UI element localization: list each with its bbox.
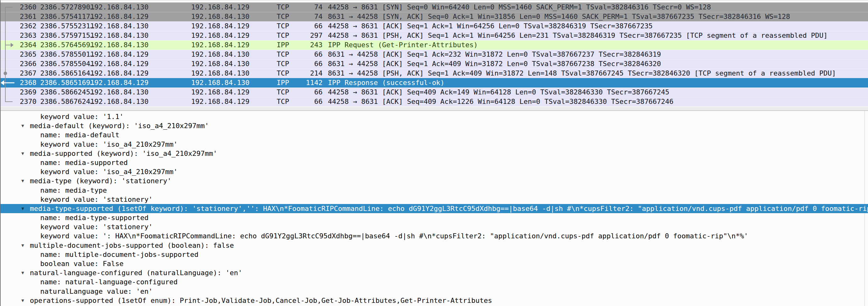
detail-line-16[interactable]: boolean value: False (0, 259, 868, 268)
col-length: 1142 (283, 78, 322, 87)
col-destination: 192.168.84.129 (191, 2, 249, 12)
col-source: 192.168.84.129 (90, 12, 148, 21)
packet-row-2364[interactable]: 23642386.5764569…192.168.84.130192.168.8… (0, 40, 868, 50)
detail-line-text: keyword value: ': HAX\n*FoomaticRIPComma… (40, 232, 748, 240)
detail-line-text: media-type-supported (1setOf keyword): '… (30, 205, 868, 213)
col-time: 2386.5865169… (40, 78, 94, 87)
detail-line-4[interactable]: ▾media-supported (keyword): 'iso_a4_210x… (0, 149, 868, 158)
col-info: 8631 → 44258 [ACK] Seq=1 Ack=232 Win=318… (328, 50, 868, 59)
expand-collapse-triangle-icon[interactable]: ▾ (21, 296, 28, 305)
detail-line-2[interactable]: name: media-default (0, 130, 868, 139)
packet-row-2367[interactable]: 23672386.5865164…192.168.84.129192.168.8… (0, 68, 868, 78)
detail-line-text: natural-language-configured (naturalLang… (30, 269, 242, 277)
packet-row-2366[interactable]: 23662386.5785504…192.168.84.129192.168.8… (0, 59, 868, 68)
detail-line-text: name: media-supported (40, 159, 128, 167)
packet-row-2368[interactable]: 23682386.5865169…192.168.84.129192.168.8… (0, 78, 868, 87)
detail-line-15[interactable]: name: multiple-document-jobs-supported (0, 250, 868, 259)
packet-row-2363[interactable]: 23632386.5759715…192.168.84.130192.168.8… (0, 31, 868, 40)
detail-line-3[interactable]: keyword value: 'iso_a4_210x297mm' (0, 140, 868, 149)
expand-collapse-triangle-icon[interactable]: ▾ (21, 268, 28, 277)
packet-row-2362[interactable]: 23622386.5755231…192.168.84.130192.168.8… (0, 21, 868, 31)
packet-detail-pane[interactable]: keyword value: '1.1'▾media-default (keyw… (0, 111, 868, 306)
detail-line-18[interactable]: name: natural-language-configured (0, 277, 868, 286)
col-packet-number: 2360 (12, 2, 36, 12)
col-source: 192.168.84.129 (90, 50, 148, 59)
detail-line-text: name: media-type (40, 186, 107, 194)
col-packet-number: 2368 (12, 78, 36, 87)
col-length: 74 (283, 2, 322, 12)
col-destination: 192.168.84.129 (191, 87, 249, 97)
detail-line-20[interactable]: ▾operations-supported (1setOf enum): Pri… (0, 296, 868, 305)
detail-line-6[interactable]: keyword value: 'iso_a4_210x297mm' (0, 167, 868, 176)
expand-collapse-triangle-icon[interactable]: ▾ (21, 204, 28, 213)
expand-collapse-triangle-icon[interactable]: ▾ (21, 121, 28, 130)
col-time: 2386.5764569… (40, 40, 94, 50)
col-time: 2386.5785504… (40, 59, 94, 68)
detail-line-text: media-supported (keyword): 'iso_a4_210x2… (30, 149, 217, 158)
col-info: IPP Response (successful-ok) (328, 78, 868, 87)
detail-line-5[interactable]: name: media-supported (0, 158, 868, 167)
detail-line-13[interactable]: keyword value: ': HAX\n*FoomaticRIPComma… (0, 231, 868, 241)
col-source: 192.168.84.130 (90, 31, 148, 40)
col-destination: 192.168.84.129 (191, 31, 249, 40)
col-time: 2386.5867624… (40, 97, 94, 106)
packet-row-2361[interactable]: 23612386.5754117…192.168.84.129192.168.8… (0, 12, 868, 21)
detail-line-text: keyword value: 'stationery' (40, 223, 153, 231)
col-source: 192.168.84.130 (90, 97, 148, 106)
col-length: 66 (283, 21, 322, 31)
pane-splitter[interactable] (0, 106, 868, 111)
col-destination: 192.168.84.130 (191, 68, 249, 78)
col-packet-number: 2364 (12, 40, 36, 50)
wireshark-window: 23602386.5727890…192.168.84.130192.168.8… (0, 0, 868, 306)
packet-row-2365[interactable]: 23652386.5785501…192.168.84.129192.168.8… (0, 50, 868, 59)
packet-row-2370[interactable]: 23702386.5867624…192.168.84.130192.168.8… (0, 97, 868, 106)
detail-line-11[interactable]: name: media-type-supported (0, 213, 868, 222)
packet-row-2360[interactable]: 23602386.5727890…192.168.84.130192.168.8… (0, 2, 868, 12)
detail-line-19[interactable]: naturalLanguage value: 'en' (0, 287, 868, 296)
packet-row-2369[interactable]: 23692386.5866245…192.168.84.130192.168.8… (0, 87, 868, 97)
col-destination: 192.168.84.129 (191, 40, 249, 50)
col-packet-number: 2365 (12, 50, 36, 59)
col-source: 192.168.84.130 (90, 40, 148, 50)
detail-line-text: boolean value: False (40, 260, 124, 268)
detail-line-text: name: media-type-supported (40, 214, 148, 222)
detail-line-14[interactable]: ▾multiple-document-jobs-supported (boole… (0, 241, 868, 250)
col-info: 44258 → 8631 [ACK] Seq=409 Ack=149 Win=6… (328, 87, 868, 97)
col-source: 192.168.84.130 (90, 21, 148, 31)
col-length: 214 (283, 68, 322, 78)
detail-line-1[interactable]: ▾media-default (keyword): 'iso_a4_210x29… (0, 121, 868, 130)
expand-collapse-triangle-icon[interactable]: ▾ (21, 241, 28, 250)
detail-line-text: keyword value: '1.1' (40, 113, 124, 120)
expand-collapse-triangle-icon[interactable]: ▾ (21, 149, 28, 158)
col-packet-number: 2361 (12, 12, 36, 21)
col-time: 2386.5755231… (40, 21, 94, 31)
detail-line-text: keyword value: 'stationery' (40, 195, 153, 203)
col-length: 74 (283, 12, 322, 21)
col-destination: 192.168.84.129 (191, 97, 249, 106)
expand-collapse-triangle-icon[interactable]: ▾ (21, 176, 28, 186)
col-time: 2386.5865164… (40, 68, 94, 78)
col-time: 2386.5785501… (40, 50, 94, 59)
detail-line-9[interactable]: keyword value: 'stationery' (0, 195, 868, 204)
col-source: 192.168.84.130 (90, 87, 148, 97)
col-length: 66 (283, 87, 322, 97)
col-source: 192.168.84.130 (90, 2, 148, 12)
col-time: 2386.5727890… (40, 2, 94, 12)
detail-line-12[interactable]: keyword value: 'stationery' (0, 222, 868, 231)
col-destination: 192.168.84.130 (191, 12, 249, 21)
detail-line-8[interactable]: name: media-type (0, 186, 868, 195)
detail-line-17[interactable]: ▾natural-language-configured (naturalLan… (0, 268, 868, 277)
packet-list-pane[interactable]: 23602386.5727890…192.168.84.130192.168.8… (0, 0, 868, 106)
col-info: 44258 → 8631 [SYN] Seq=0 Win=64240 Len=0… (328, 2, 868, 12)
detail-line-text: operations-supported (1setOf enum): Prin… (30, 297, 492, 304)
col-packet-number: 2370 (12, 97, 36, 106)
detail-line-text: keyword value: 'iso_a4_210x297mm' (40, 140, 178, 148)
detail-line-0[interactable]: keyword value: '1.1' (0, 112, 868, 121)
col-destination: 192.168.84.130 (191, 50, 249, 59)
detail-line-10[interactable]: ▾media-type-supported (1setOf keyword): … (0, 204, 868, 213)
detail-line-7[interactable]: ▾media-type (keyword): 'stationery' (0, 176, 868, 186)
detail-line-text: multiple-document-jobs-supported (boolea… (30, 242, 234, 249)
col-length: 66 (283, 97, 322, 106)
detail-line-text: name: multiple-document-jobs-supported (40, 251, 198, 258)
col-packet-number: 2367 (12, 68, 36, 78)
